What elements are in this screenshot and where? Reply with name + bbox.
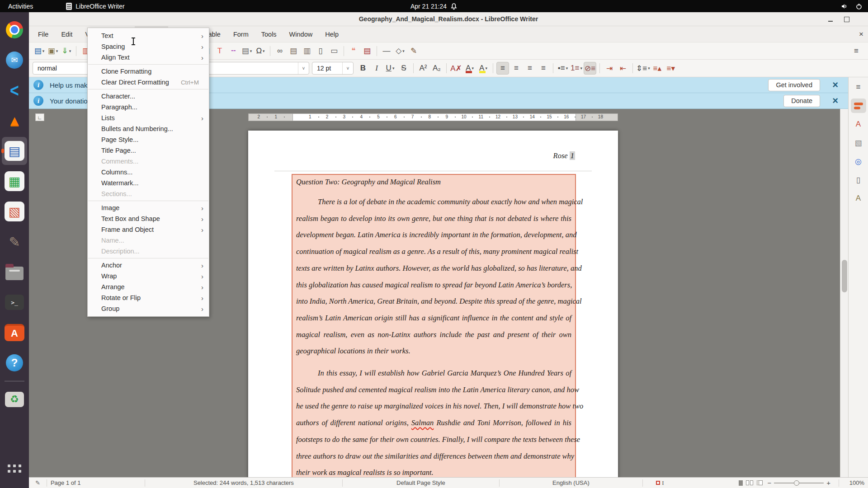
digital-signature-icon[interactable]: ✎ [35, 479, 40, 486]
menu-item-title-page[interactable]: Title Page... [88, 145, 209, 156]
zoom-out-icon[interactable]: − [767, 479, 771, 487]
menu-item-frame-and-object[interactable]: Frame and Object› [88, 224, 209, 235]
zoom-percentage[interactable]: 100% [843, 479, 864, 486]
insert-footnote-button[interactable]: ▤ [287, 45, 300, 57]
dropdown-arrow-icon[interactable]: ▾ [566, 66, 568, 70]
dock-libreoffice-writer[interactable] [2, 137, 27, 165]
properties-button[interactable] [851, 99, 866, 113]
save-button[interactable]: ⇓▾ [60, 45, 73, 57]
page-style-status[interactable]: Default Page Style [346, 479, 495, 486]
zoom-thumb[interactable] [794, 480, 799, 486]
menu-item-align-text[interactable]: Align Text› [88, 52, 209, 63]
tab-stop-selector[interactable]: ∟ [35, 113, 44, 121]
subscript-button[interactable]: A₂ [430, 62, 443, 75]
system-status-area[interactable] [841, 3, 863, 10]
menu-item-text-box-and-shape[interactable]: Text Box and Shape› [88, 213, 209, 224]
selection-mode-indicator[interactable]: I [646, 479, 674, 487]
insert-field-button[interactable]: ▤▾ [241, 45, 253, 57]
menu-window[interactable]: Window [283, 26, 319, 42]
menu-item-character[interactable]: Character... [88, 91, 209, 102]
dock-gimp[interactable] [2, 228, 27, 256]
superscript-button[interactable]: A² [417, 62, 429, 75]
decrease-paragraph-spacing-button[interactable]: ≡▾ [665, 62, 677, 75]
zoom-in-icon[interactable]: + [826, 479, 830, 487]
align-center-button[interactable]: ≡ [510, 62, 523, 75]
sidebar-toggle-button[interactable]: ≡ [850, 45, 863, 57]
close-document-icon[interactable]: × [859, 30, 863, 39]
menu-item-text[interactable]: Text› [88, 30, 209, 41]
menu-item-arrange[interactable]: Arrange› [88, 282, 209, 292]
new-document-button[interactable]: ▤▾ [33, 45, 46, 57]
page-button[interactable]: ▯ [851, 173, 866, 187]
maximize-button[interactable] [843, 15, 851, 23]
underline-button[interactable]: U▾ [384, 62, 396, 75]
clock-menu[interactable]: Apr 21 21:24 [410, 3, 458, 10]
menu-help[interactable]: Help [319, 26, 345, 42]
menu-item-clone-formatting[interactable]: Clone Formatting [88, 66, 209, 77]
dropdown-arrow-icon[interactable]: ▾ [648, 66, 650, 70]
dropdown-arrow-icon[interactable]: ▾ [580, 66, 582, 70]
font-color-button[interactable]: A▾ [463, 62, 476, 75]
dropdown-arrow-icon[interactable]: ▾ [402, 49, 405, 53]
dock-help[interactable] [2, 349, 27, 377]
window-titlebar[interactable]: Geography_And_Magical_Realism.docx - Lib… [29, 12, 868, 26]
zoom-slider[interactable]: − + [767, 479, 830, 487]
menu-item-spacing[interactable]: Spacing› [88, 41, 209, 52]
increase-paragraph-spacing-button[interactable]: ≡▴ [651, 62, 664, 75]
justified-button[interactable]: ≡ [537, 62, 550, 75]
dropdown-arrow-icon[interactable]: ▾ [485, 66, 487, 70]
vertical-scrollbar[interactable] [840, 109, 848, 477]
dock-libreoffice-impress[interactable] [2, 197, 27, 225]
menu-item-clear-direct-formatting[interactable]: Clear Direct FormattingCtrl+M [88, 77, 209, 88]
line-spacing-button[interactable]: ⇕≡▾ [636, 62, 650, 75]
decrease-indent-button[interactable]: ⇤ [617, 62, 629, 75]
multi-page-view-button[interactable] [746, 480, 749, 485]
menu-tools[interactable]: Tools [255, 26, 283, 42]
align-left-button[interactable]: ≡ [496, 62, 509, 75]
freeform-line-button[interactable]: ✎ [407, 45, 420, 57]
insert-special-character-button[interactable]: Ω▾ [254, 45, 267, 57]
insert-comment-button[interactable]: ❝ [347, 45, 360, 57]
language-status[interactable]: English (USA) [503, 479, 639, 486]
word-count-status[interactable]: Selected: 244 words, 1,513 characters [149, 479, 339, 486]
activities-button[interactable]: Activities [0, 0, 41, 12]
menu-file[interactable]: File [32, 26, 55, 42]
dock-ubuntu-software[interactable] [2, 319, 27, 347]
font-size-combo[interactable]: 12 pt ˅ [312, 62, 354, 75]
track-changes-button[interactable]: ▤ [361, 45, 373, 57]
chevron-down-icon[interactable]: ˅ [342, 62, 353, 74]
menu-item-rotate-or-flip[interactable]: Rotate or Flip› [88, 292, 209, 303]
menu-item-watermark[interactable]: Watermark... [88, 178, 209, 188]
show-applications-button[interactable] [2, 455, 27, 483]
highlighting-color-button[interactable]: A▾ [477, 62, 490, 75]
dock-vs-code[interactable] [2, 76, 27, 104]
dropdown-arrow-icon[interactable]: ▾ [250, 49, 252, 53]
open-file-button[interactable]: ▣▾ [47, 45, 59, 57]
dropdown-arrow-icon[interactable]: ▾ [263, 49, 265, 53]
strikethrough-button[interactable]: S [397, 62, 410, 75]
insert-hyperlink-button[interactable]: ∞ [274, 45, 286, 57]
horizontal-ruler[interactable]: 21123456789101112131415161718 [248, 113, 618, 121]
menu-item-group[interactable]: Group› [88, 303, 209, 314]
focused-app-indicator[interactable]: LibreOffice Writer [66, 3, 124, 10]
menu-item-bullets-and-numbering[interactable]: Bullets and Numbering... [88, 123, 209, 134]
scrollbar-thumb[interactable] [842, 260, 847, 292]
dropdown-arrow-icon[interactable]: ▾ [392, 66, 395, 70]
bold-button[interactable]: B [357, 62, 369, 75]
menu-form[interactable]: Form [227, 26, 255, 42]
increase-indent-button[interactable]: ⇥ [603, 62, 616, 75]
dock-vlc[interactable] [2, 107, 27, 135]
dock-libreoffice-calc[interactable] [2, 167, 27, 195]
zoom-track[interactable] [774, 483, 824, 483]
insert-text-box-button[interactable]: T [213, 45, 226, 57]
close-icon[interactable]: × [832, 95, 838, 107]
donate-button[interactable]: Donate [783, 95, 820, 107]
menu-item-columns[interactable]: Columns... [88, 167, 209, 178]
dropdown-arrow-icon[interactable]: ▾ [472, 66, 474, 70]
ordered-list-button[interactable]: 1≡▾ [570, 62, 583, 75]
horizontal-line-button[interactable]: — [380, 45, 393, 57]
chevron-down-icon[interactable]: ˅ [298, 62, 309, 74]
dock-trash[interactable] [2, 385, 27, 413]
italic-button[interactable]: I [370, 62, 383, 75]
dropdown-arrow-icon[interactable]: ▾ [56, 49, 58, 53]
